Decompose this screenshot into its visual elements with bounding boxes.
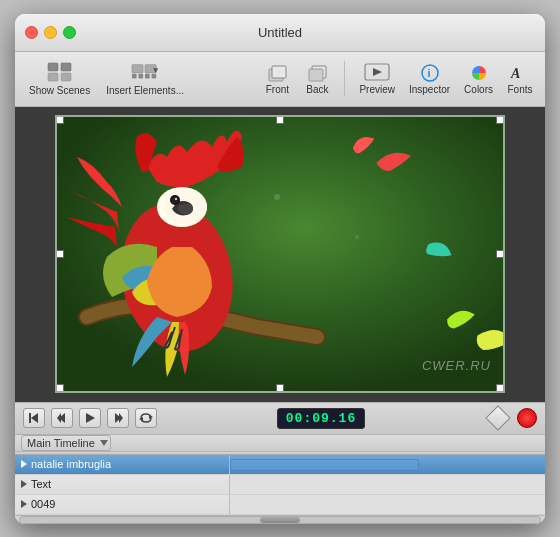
timeline-select-wrapper[interactable]: Main Timeline: [21, 435, 111, 451]
track-bar: [230, 459, 419, 471]
svg-text:▼: ▼: [152, 65, 159, 75]
time-display: 00:09.16: [277, 408, 365, 429]
track-text-content[interactable]: [230, 475, 545, 494]
toolbar: Show Scenes ▼ Insert Elements...: [15, 52, 545, 107]
ruler-mark: 5: [230, 452, 234, 454]
timeline-scroll: [15, 515, 545, 524]
svg-text:i: i: [427, 67, 430, 79]
insert-elements-label: Insert Elements...: [106, 85, 184, 96]
svg-rect-6: [132, 74, 137, 79]
show-scenes-button[interactable]: Show Scenes: [23, 57, 96, 100]
close-button[interactable]: [25, 26, 38, 39]
minimize-button[interactable]: [44, 26, 57, 39]
svg-marker-31: [31, 413, 38, 423]
show-scenes-icon: [46, 61, 74, 83]
selection-handle-bl[interactable]: [56, 384, 64, 392]
fonts-icon: A: [507, 63, 533, 83]
ruler-marks: 5 10 15 20 25 30: [15, 452, 545, 454]
timeline-select[interactable]: Main Timeline: [21, 435, 111, 451]
keyframe-button[interactable]: [485, 405, 510, 430]
inspector-label: Inspector: [409, 84, 450, 95]
canvas[interactable]: CWER.RU: [55, 115, 505, 393]
track-natalie: natalie imbruglia: [15, 455, 545, 475]
toolbar-separator: [344, 61, 345, 96]
insert-elements-button[interactable]: ▼ Insert Elements...: [100, 57, 190, 100]
timeline: Main Timeline 5 10 15 20 25 30 natali: [15, 434, 545, 524]
preview-button[interactable]: Preview: [355, 60, 399, 98]
track-natalie-content[interactable]: [230, 455, 545, 474]
track-0049-text: 0049: [31, 498, 55, 510]
selection-handle-bm[interactable]: [276, 384, 284, 392]
back-icon: [304, 63, 330, 83]
svg-marker-34: [86, 413, 95, 423]
svg-point-23: [355, 235, 359, 239]
colors-label: Colors: [464, 84, 493, 95]
play-button[interactable]: [79, 408, 101, 428]
svg-marker-33: [57, 413, 61, 423]
timeline-header: Main Timeline: [15, 435, 545, 452]
step-forward-button[interactable]: [107, 408, 129, 428]
svg-rect-1: [61, 63, 71, 71]
step-back-button[interactable]: [51, 408, 73, 428]
inspector-icon: i: [417, 63, 443, 83]
title-bar: Untitled: [15, 14, 545, 52]
svg-rect-3: [61, 73, 71, 81]
track-text: Text: [15, 475, 545, 495]
show-scenes-label: Show Scenes: [29, 85, 90, 96]
front-button[interactable]: Front: [260, 60, 294, 98]
main-window: Untitled Show Scenes: [15, 14, 545, 524]
svg-rect-2: [48, 73, 58, 81]
svg-marker-36: [119, 413, 123, 423]
back-label: Back: [306, 84, 328, 95]
selection-handle-br[interactable]: [496, 384, 504, 392]
timeline-tracks: natalie imbruglia Text 0049: [15, 455, 545, 515]
svg-rect-30: [29, 413, 31, 423]
back-button[interactable]: Back: [300, 60, 334, 98]
scroll-thumb[interactable]: [260, 517, 300, 523]
main-canvas-area[interactable]: CWER.RU: [15, 107, 545, 402]
svg-marker-16: [373, 68, 382, 76]
track-0049-label[interactable]: 0049: [15, 495, 230, 514]
maximize-button[interactable]: [63, 26, 76, 39]
insert-elements-icon: ▼: [131, 61, 159, 83]
ruler-mark: 30: [360, 452, 369, 454]
selection-handle-tm[interactable]: [276, 116, 284, 124]
toolbar-right: Front Back: [260, 60, 537, 98]
selection-handle-tl[interactable]: [56, 116, 64, 124]
svg-rect-7: [139, 74, 144, 79]
ruler-mark: 15: [279, 452, 288, 454]
inspector-button[interactable]: i Inspector: [405, 60, 454, 98]
scroll-track[interactable]: [19, 516, 541, 524]
front-icon: [264, 63, 290, 83]
window-title: Untitled: [258, 25, 302, 40]
track-triangle-icon: [21, 500, 27, 508]
skip-back-button[interactable]: [23, 408, 45, 428]
svg-point-28: [172, 197, 179, 204]
parrot-image: [57, 117, 505, 393]
selection-handle-tr[interactable]: [496, 116, 504, 124]
selection-handle-mr[interactable]: [496, 250, 504, 258]
svg-rect-14: [309, 69, 323, 81]
fonts-button[interactable]: A Fonts: [503, 60, 537, 98]
svg-rect-8: [145, 74, 150, 79]
record-button[interactable]: [517, 408, 537, 428]
selection-handle-ml[interactable]: [56, 250, 64, 258]
track-text-text: Text: [31, 478, 51, 490]
loop-button[interactable]: [135, 408, 157, 428]
svg-text:A: A: [510, 66, 520, 81]
track-0049: 0049: [15, 495, 545, 515]
svg-rect-4: [132, 65, 143, 73]
fonts-label: Fonts: [507, 84, 532, 95]
track-triangle-icon: [21, 480, 27, 488]
track-natalie-label[interactable]: natalie imbruglia: [15, 455, 230, 474]
svg-rect-12: [272, 66, 286, 78]
colors-button[interactable]: Colors: [460, 60, 497, 98]
ruler-mark: 20: [306, 452, 315, 454]
track-text-label[interactable]: Text: [15, 475, 230, 494]
track-0049-content[interactable]: [230, 495, 545, 514]
traffic-lights: [25, 26, 76, 39]
front-label: Front: [266, 84, 289, 95]
preview-icon: [364, 63, 390, 83]
svg-point-29: [175, 198, 177, 200]
preview-label: Preview: [359, 84, 395, 95]
